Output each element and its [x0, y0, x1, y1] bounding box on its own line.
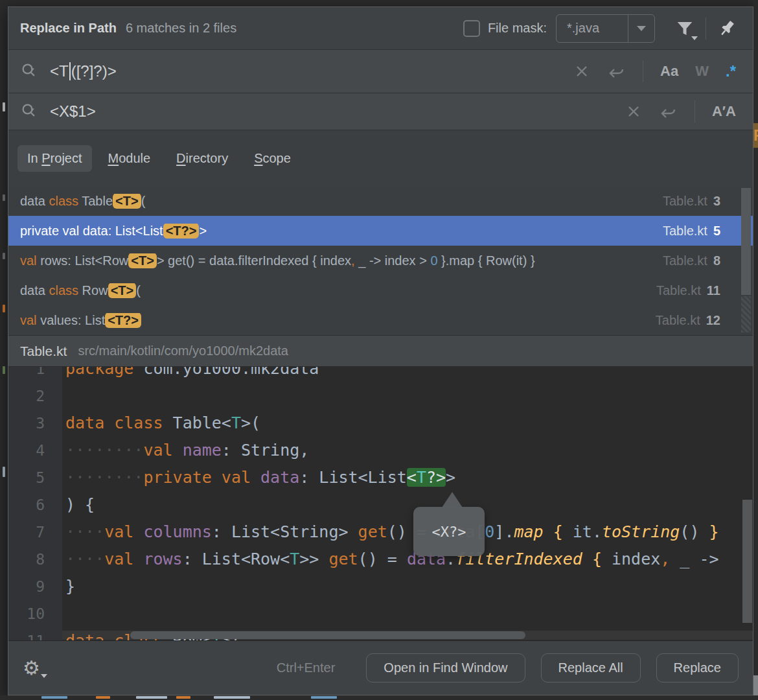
- text-segment: : List<Row<: [183, 550, 290, 568]
- text-segment: private val data: List<List: [20, 224, 163, 238]
- results-scrollbar[interactable]: [741, 188, 751, 295]
- line-number: 4: [8, 437, 54, 464]
- text-segment: columns: [143, 522, 211, 541]
- search-input[interactable]: <T([?]?)>: [50, 62, 574, 80]
- replace-all-button[interactable]: Replace All: [541, 653, 641, 682]
- text-segment: package: [65, 367, 143, 378]
- code-preview-editor: 1package com.yo1000.mk2data23data class …: [8, 367, 753, 640]
- text-segment: val: [20, 313, 37, 327]
- text-segment: 0: [485, 522, 494, 541]
- text-segment: private val: [143, 468, 260, 487]
- clear-search-icon[interactable]: [574, 64, 590, 79]
- text-segment: .: [592, 522, 602, 541]
- pin-window-button[interactable]: [715, 17, 739, 40]
- text-segment: : String,: [222, 441, 309, 460]
- chevron-down-icon: [691, 36, 698, 40]
- search-history-button[interactable]: [20, 61, 46, 82]
- filter-options-button[interactable]: [673, 17, 696, 40]
- preserve-case-toggle[interactable]: A′A: [712, 103, 736, 120]
- dialog-titlebar: Replace in Path 6 matches in 2 files Fil…: [8, 7, 753, 50]
- tab-in-project[interactable]: In Project: [17, 145, 92, 172]
- result-row[interactable]: val values: List<T?>Table.kt12: [8, 305, 753, 335]
- line-number: 3: [8, 410, 54, 437]
- editor-horizontal-scrollbar[interactable]: [130, 631, 525, 639]
- text-segment: >: [199, 224, 207, 238]
- open-in-find-window-button[interactable]: Open in Find Window: [366, 653, 525, 682]
- result-row[interactable]: data class Row<T>(Table.kt11: [8, 275, 753, 305]
- line-number: 5: [8, 464, 54, 491]
- result-file-reference: Table.kt3: [663, 194, 720, 209]
- text-segment: {: [544, 522, 573, 541]
- code-line: 6) {: [8, 491, 753, 519]
- search-icon: [20, 62, 40, 81]
- current-match-highlight: ?>: [426, 468, 446, 487]
- text-segment: data: [260, 468, 299, 487]
- code-line: 1package com.yo1000.mk2data: [8, 367, 753, 382]
- text-segment: 0: [430, 253, 437, 268]
- file-mask-checkbox[interactable]: [463, 20, 480, 37]
- text-segment: >>: [299, 550, 328, 568]
- text-segment: T: [231, 414, 241, 432]
- text-segment: com.yo1000.mk2data: [143, 367, 319, 378]
- code-line: 9}: [8, 573, 753, 600]
- line-number: 8: [8, 546, 54, 573]
- text-segment: ········: [65, 468, 143, 487]
- file-mask-combobox[interactable]: *.java: [556, 14, 655, 43]
- tooltip-arrow: [442, 492, 463, 508]
- editor-vertical-scrollbar[interactable]: [742, 500, 752, 623]
- text-segment: _ ->: [670, 550, 718, 568]
- result-row[interactable]: val rows: List<Row<T>> get() = data.filt…: [8, 246, 753, 275]
- match-case-toggle[interactable]: Aa: [660, 63, 678, 80]
- background-right-strip: R: [753, 0, 758, 700]
- text-segment: ········: [65, 441, 143, 460]
- file-mask-dropdown-button[interactable]: [628, 15, 654, 42]
- background-bottom-strip: [0, 695, 758, 700]
- line-number: 7: [8, 519, 54, 546]
- new-line-icon[interactable]: [606, 63, 626, 80]
- settings-button[interactable]: ⚙: [23, 657, 49, 679]
- code-line: 4········val name: String,: [8, 437, 753, 464]
- code-line: 10: [8, 600, 753, 627]
- text-segment: ].: [494, 522, 514, 541]
- code-line: 2: [8, 382, 753, 410]
- tab-module[interactable]: Module: [98, 145, 161, 172]
- titlebar-divider: [706, 18, 706, 40]
- result-file-reference: Table.kt8: [663, 253, 720, 268]
- whole-words-toggle[interactable]: W: [695, 63, 709, 80]
- replace-input[interactable]: <X$1>: [50, 102, 626, 121]
- preview-file-header: Table.kt src/main/kotlin/com/yo1000/mk2d…: [8, 335, 753, 367]
- text-segment: }: [709, 522, 719, 541]
- text-segment: ) {: [65, 495, 95, 514]
- text-segment: Row: [82, 283, 108, 298]
- text-segment: (): [680, 522, 709, 541]
- pin-icon: [717, 19, 737, 38]
- replace-button[interactable]: Replace: [656, 653, 739, 682]
- replace-field-controls: A′A: [626, 100, 736, 122]
- replace-history-button[interactable]: [20, 101, 46, 122]
- text-segment: class: [49, 283, 82, 298]
- text-segment: val: [104, 522, 143, 541]
- new-line-icon[interactable]: [658, 103, 678, 120]
- result-row[interactable]: data class Table<T>(Table.kt3: [8, 186, 753, 216]
- filter-icon: [675, 19, 695, 38]
- text-segment: name: [183, 441, 222, 460]
- regex-toggle[interactable]: .*: [726, 62, 736, 80]
- tab-scope[interactable]: Scope: [244, 145, 301, 172]
- file-mask-label: File mask:: [488, 21, 547, 36]
- text-segment: val: [104, 550, 143, 568]
- shortcut-hint: Ctrl+Enter: [277, 660, 336, 675]
- text-segment: class: [49, 194, 82, 208]
- field-divider: [695, 100, 695, 122]
- match-highlight: <T?>: [163, 224, 200, 239]
- dialog-title: Replace in Path: [20, 21, 117, 36]
- text-segment: it: [573, 522, 592, 541]
- results-list: data class Table<T>(Table.kt3private val…: [8, 186, 753, 335]
- clear-replace-icon[interactable]: [626, 104, 641, 119]
- result-row[interactable]: private val data: List<List<T?>>Table.kt…: [8, 216, 753, 246]
- text-segment: }.map { Row(it) }: [438, 253, 535, 268]
- tab-directory[interactable]: Directory: [167, 145, 238, 172]
- text-segment: () =: [358, 550, 407, 568]
- text-segment: values: List: [37, 313, 106, 327]
- text-segment: : List<String>: [212, 522, 358, 541]
- result-file-reference: Table.kt12: [656, 313, 720, 328]
